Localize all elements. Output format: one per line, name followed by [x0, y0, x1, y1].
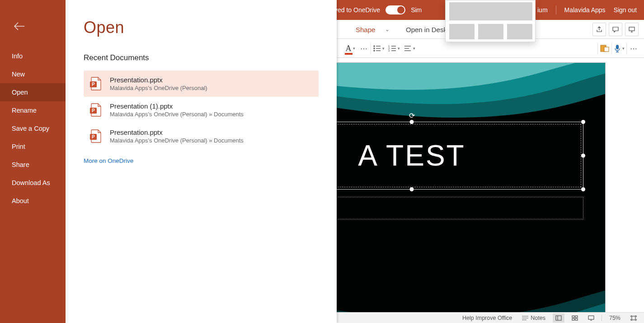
svg-rect-17 — [604, 47, 609, 52]
reading-view-button[interactable] — [585, 314, 597, 323]
numbered-list-button[interactable]: 123▾ — [386, 42, 402, 55]
fit-to-window-button[interactable] — [628, 314, 639, 323]
resize-handle[interactable] — [581, 187, 585, 191]
thumbnail-small[interactable] — [507, 24, 532, 39]
open-in-desktop-label: Open in Desk — [406, 26, 447, 33]
simplified-ribbon-toggle[interactable] — [385, 5, 405, 14]
saved-status: ved to OneDrive — [334, 6, 380, 14]
nav-info[interactable]: Info — [0, 47, 66, 65]
resize-handle[interactable] — [581, 154, 585, 158]
svg-text:3: 3 — [388, 49, 390, 52]
shape-tab[interactable]: Shape ⌄ — [349, 23, 396, 36]
svg-rect-24 — [572, 316, 574, 318]
designer-button[interactable] — [598, 42, 611, 55]
dictate-button[interactable]: ▾ — [612, 42, 626, 55]
chevron-down-icon: ⌄ — [385, 26, 390, 33]
document-name: Presentation (1).pptx — [110, 102, 244, 110]
more-on-onedrive-link[interactable]: More on OneDrive — [84, 157, 133, 164]
sorter-view-button[interactable] — [569, 314, 581, 323]
powerpoint-file-icon: P — [90, 129, 102, 143]
document-path: Malavida Apps's OneDrive (Personal) » Do… — [110, 137, 244, 144]
svg-rect-30 — [632, 316, 635, 320]
svg-rect-27 — [575, 318, 578, 320]
bulleted-list-button[interactable]: ▾ — [371, 42, 386, 55]
svg-point-5 — [374, 50, 375, 51]
svg-text:P: P — [92, 82, 95, 87]
nav-share[interactable]: Share — [0, 156, 66, 174]
nav-about[interactable]: About — [0, 192, 66, 210]
account-name[interactable]: Malavida Apps — [564, 6, 606, 14]
resize-handle[interactable] — [410, 187, 414, 191]
align-button[interactable]: ▾ — [402, 42, 417, 55]
document-name: Presentation.pptx — [110, 128, 244, 136]
svg-point-1 — [374, 46, 375, 47]
font-color-button[interactable]: A▾ — [343, 42, 357, 55]
font-color-a-icon: A — [346, 44, 352, 53]
simplified-label-fragment: Sim — [411, 6, 422, 14]
powerpoint-file-icon: P — [90, 103, 102, 117]
backstage-title: Open — [84, 18, 319, 37]
notes-label: Notes — [531, 315, 545, 321]
resize-handle[interactable] — [581, 120, 585, 124]
svg-point-3 — [374, 48, 375, 49]
svg-rect-18 — [616, 45, 619, 49]
normal-view-button[interactable] — [553, 314, 564, 323]
svg-rect-25 — [575, 316, 578, 318]
document-name: Presentation.pptx — [110, 76, 207, 84]
document-path: Malavida Apps's OneDrive (Personal) — [110, 85, 207, 91]
recent-document-item[interactable]: P Presentation.pptx Malavida Apps's OneD… — [84, 71, 319, 97]
nav-save-copy[interactable]: Save a Copy — [0, 119, 66, 138]
back-button[interactable] — [10, 17, 28, 35]
separator — [556, 5, 556, 14]
open-in-desktop-button[interactable]: Open in Desk — [406, 20, 447, 39]
thumbnail-small[interactable] — [478, 24, 503, 39]
slide-title-text: A TEST — [358, 139, 465, 172]
backstage-nav: Info New Open Rename Save a Copy Print S… — [0, 0, 66, 323]
recent-documents-heading: Recent Documents — [84, 53, 319, 62]
notes-button[interactable]: Notes — [519, 314, 548, 323]
nav-new[interactable]: New — [0, 65, 66, 83]
more-commands-button[interactable]: ⋯ — [627, 42, 640, 55]
help-improve-link[interactable]: Help Improve Office — [460, 314, 515, 323]
thumbnail-large[interactable] — [449, 2, 532, 20]
premium-fragment: ium — [537, 6, 548, 14]
share-button[interactable] — [592, 23, 606, 36]
nav-print[interactable]: Print — [0, 138, 66, 156]
nav-download-as[interactable]: Download As — [0, 174, 66, 192]
svg-rect-0 — [629, 27, 635, 31]
document-path: Malavida Apps's OneDrive (Personal) » Do… — [110, 111, 244, 118]
file-backstage: Info New Open Rename Save a Copy Print S… — [0, 0, 337, 323]
recent-document-item[interactable]: P Presentation (1).pptx Malavida Apps's … — [84, 97, 319, 123]
sign-out-link[interactable]: Sign out — [614, 6, 637, 14]
svg-rect-28 — [588, 316, 594, 319]
thumbnail-small[interactable] — [449, 24, 475, 39]
zoom-level[interactable]: 75% — [606, 314, 623, 323]
more-font-button[interactable]: ⋯ — [357, 42, 371, 55]
comments-button[interactable] — [609, 23, 622, 36]
nav-open[interactable]: Open — [0, 83, 66, 101]
rotate-handle-icon[interactable]: ⟳ — [409, 111, 415, 120]
backstage-content: Open Recent Documents P Presentation.ppt… — [66, 0, 337, 323]
nav-rename[interactable]: Rename — [0, 101, 66, 119]
svg-text:P: P — [92, 108, 95, 113]
powerpoint-file-icon: P — [90, 77, 102, 90]
shape-tab-label: Shape — [356, 26, 375, 33]
present-button[interactable] — [625, 23, 639, 36]
designer-popover — [445, 0, 536, 42]
separator — [602, 315, 602, 321]
recent-document-item[interactable]: P Presentation.pptx Malavida Apps's OneD… — [84, 123, 319, 149]
svg-rect-22 — [556, 316, 561, 320]
svg-rect-26 — [572, 318, 574, 320]
resize-handle[interactable] — [410, 120, 414, 124]
svg-text:P: P — [92, 134, 95, 139]
